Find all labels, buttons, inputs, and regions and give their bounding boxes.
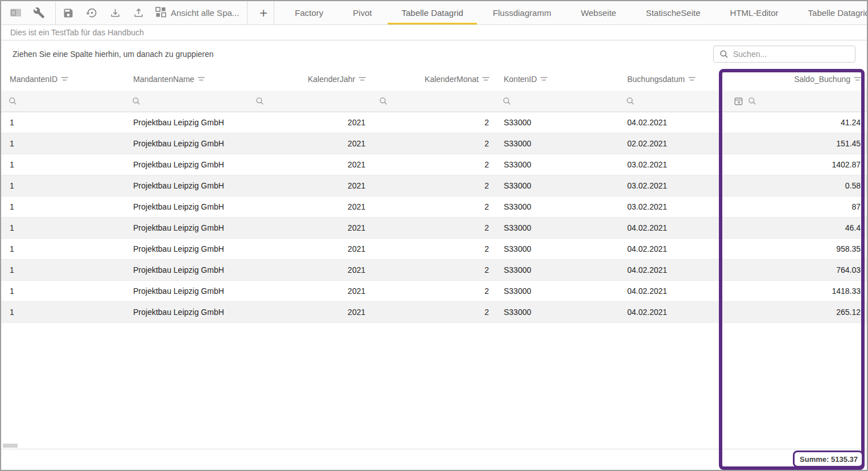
filter-cell-kalendermonat[interactable] — [372, 91, 495, 112]
column-filter-icon[interactable] — [358, 76, 367, 82]
cell-kontenid[interactable]: S33000 — [495, 133, 619, 154]
cell-kalenderjahr[interactable]: 2021 — [248, 154, 372, 175]
column-filter-icon[interactable] — [853, 76, 862, 82]
magnifier-icon[interactable] — [379, 97, 388, 105]
cell-saldo-buchung[interactable]: 0.58 — [722, 175, 867, 196]
filter-cell-mandantenid[interactable] — [1, 91, 125, 112]
magnifier-icon[interactable] — [9, 97, 17, 105]
cell-saldo-buchung[interactable]: 151.45 — [722, 133, 867, 154]
tab-tabelle-datagrid[interactable]: Tabelle Datagrid — [386, 1, 478, 24]
table-row[interactable]: 1Projektbau Leipzig GmbH20212S3300002.02… — [1, 133, 867, 154]
tab-factory[interactable]: Factory — [280, 1, 338, 24]
cell-kalendermonat[interactable]: 2 — [372, 239, 495, 259]
table-row[interactable]: 1Projektbau Leipzig GmbH20212S3300003.02… — [1, 196, 867, 218]
column-filter-icon[interactable] — [197, 76, 205, 82]
cell-saldo-buchung[interactable]: 1418.33 — [722, 281, 867, 301]
filter-cell-buchungsdatum[interactable] — [619, 91, 722, 112]
table-row[interactable]: 1Projektbau Leipzig GmbH20212S3300004.02… — [1, 239, 867, 260]
cell-mandantenid[interactable]: 1 — [1, 154, 125, 175]
cell-buchungsdatum[interactable]: 04.02.2021 — [619, 239, 722, 259]
cell-saldo-buchung[interactable]: 764.03 — [722, 260, 867, 280]
cell-buchungsdatum[interactable]: 03.02.2021 — [619, 154, 722, 175]
column-header-kalenderjahr[interactable]: KalenderJahr — [248, 68, 372, 91]
cell-kalendermonat[interactable]: 2 — [372, 175, 495, 196]
cell-mandantenid[interactable]: 1 — [1, 133, 125, 154]
column-header-kontenid[interactable]: KontenID — [495, 68, 619, 91]
cell-mandantenname[interactable]: Projektbau Leipzig GmbH — [125, 239, 248, 259]
add-tab-button[interactable]: + — [253, 6, 274, 20]
magnifier-icon[interactable] — [748, 97, 756, 105]
cell-kalendermonat[interactable]: 2 — [372, 154, 495, 175]
cell-kalenderjahr[interactable]: 2021 — [248, 302, 372, 322]
column-filter-icon[interactable] — [60, 76, 69, 82]
cell-saldo-buchung[interactable]: 87 — [722, 196, 867, 217]
cell-kontenid[interactable]: S33000 — [495, 281, 619, 301]
tab-tabelle-datagrid2[interactable]: Tabelle Datagrid2 — [793, 1, 868, 24]
save-button[interactable] — [61, 6, 75, 20]
search-input[interactable] — [733, 50, 850, 59]
cell-mandantenid[interactable]: 1 — [1, 239, 125, 259]
cell-mandantenid[interactable]: 1 — [1, 260, 125, 280]
cell-buchungsdatum[interactable]: 03.02.2021 — [619, 175, 722, 196]
cell-mandantenname[interactable]: Projektbau Leipzig GmbH — [125, 196, 248, 217]
filter-cell-saldo-buchung[interactable] — [722, 91, 867, 112]
cell-saldo-buchung[interactable]: 46.4 — [722, 218, 867, 238]
tab-flussdiagramm[interactable]: Flussdiagramm — [478, 1, 566, 24]
cell-buchungsdatum[interactable]: 04.02.2021 — [619, 302, 722, 322]
column-filter-icon[interactable] — [688, 76, 696, 82]
table-row[interactable]: 1Projektbau Leipzig GmbH20212S3300004.02… — [1, 218, 867, 239]
column-header-saldo-buchung[interactable]: Saldo_Buchung — [722, 68, 867, 91]
cell-mandantenname[interactable]: Projektbau Leipzig GmbH — [125, 154, 248, 175]
magnifier-icon[interactable] — [132, 97, 141, 105]
cell-kontenid[interactable]: S33000 — [495, 175, 619, 196]
group-by-drop-zone[interactable]: Ziehen Sie eine Spalte hierhin, um danac… — [1, 40, 867, 68]
cell-kalenderjahr[interactable]: 2021 — [248, 112, 372, 133]
cell-kontenid[interactable]: S33000 — [495, 154, 619, 175]
cell-kalendermonat[interactable]: 2 — [372, 260, 495, 280]
cell-saldo-buchung[interactable]: 41.24 — [722, 112, 867, 133]
cell-kalendermonat[interactable]: 2 — [372, 302, 495, 322]
tab-pivot[interactable]: Pivot — [338, 1, 386, 24]
table-row[interactable]: 1Projektbau Leipzig GmbH20212S3300004.02… — [1, 260, 867, 281]
column-header-buchungsdatum[interactable]: Buchungsdatum — [619, 68, 722, 91]
table-row[interactable]: 1Projektbau Leipzig GmbH20212S3300004.02… — [1, 281, 867, 302]
column-header-mandantenname[interactable]: MandantenName — [125, 68, 248, 91]
cell-kalendermonat[interactable]: 2 — [372, 218, 495, 238]
cell-mandantenname[interactable]: Projektbau Leipzig GmbH — [125, 260, 248, 280]
filter-cell-kontenid[interactable] — [495, 91, 619, 112]
cell-buchungsdatum[interactable]: 04.02.2021 — [619, 281, 722, 301]
table-row[interactable]: 1Projektbau Leipzig GmbH20212S3300003.02… — [1, 175, 867, 196]
column-header-kalendermonat[interactable]: KalenderMonat — [372, 68, 495, 91]
cell-mandantenid[interactable]: 1 — [1, 112, 125, 133]
cell-mandantenid[interactable]: 1 — [1, 196, 125, 217]
cell-kontenid[interactable]: S33000 — [495, 260, 619, 280]
column-filter-icon[interactable] — [540, 76, 548, 82]
cell-kontenid[interactable]: S33000 — [495, 218, 619, 238]
cell-kalenderjahr[interactable]: 2021 — [248, 175, 372, 196]
cell-kalendermonat[interactable]: 2 — [372, 281, 495, 301]
cell-mandantenid[interactable]: 1 — [1, 218, 125, 238]
cell-kalenderjahr[interactable]: 2021 — [248, 196, 372, 217]
restore-history-button[interactable] — [85, 6, 98, 20]
horizontal-scrollbar-thumb[interactable] — [3, 444, 18, 448]
cell-mandantenid[interactable]: 1 — [1, 175, 125, 196]
magnifier-icon[interactable] — [626, 97, 635, 105]
cell-saldo-buchung[interactable]: 958.35 — [722, 239, 867, 259]
cell-kontenid[interactable]: S33000 — [495, 196, 619, 217]
cell-kontenid[interactable]: S33000 — [495, 302, 619, 322]
download-button[interactable] — [108, 6, 122, 20]
magnifier-icon[interactable] — [503, 97, 511, 105]
tab-html-editor[interactable]: HTML-Editor — [715, 1, 793, 24]
cell-buchungsdatum[interactable]: 02.02.2021 — [619, 133, 722, 154]
cell-kalendermonat[interactable]: 2 — [372, 196, 495, 217]
cell-saldo-buchung[interactable]: 1402.87 — [722, 154, 867, 175]
cell-buchungsdatum[interactable]: 04.02.2021 — [619, 112, 722, 133]
cell-mandantenname[interactable]: Projektbau Leipzig GmbH — [125, 302, 248, 322]
cell-mandantenname[interactable]: Projektbau Leipzig GmbH — [125, 281, 248, 301]
cell-kalenderjahr[interactable]: 2021 — [248, 218, 372, 238]
settings-button[interactable] — [32, 6, 46, 20]
cell-kalenderjahr[interactable]: 2021 — [248, 239, 372, 259]
magnifier-icon[interactable] — [256, 97, 264, 105]
cell-kalenderjahr[interactable]: 2021 — [248, 133, 372, 154]
cell-kalenderjahr[interactable]: 2021 — [248, 260, 372, 280]
